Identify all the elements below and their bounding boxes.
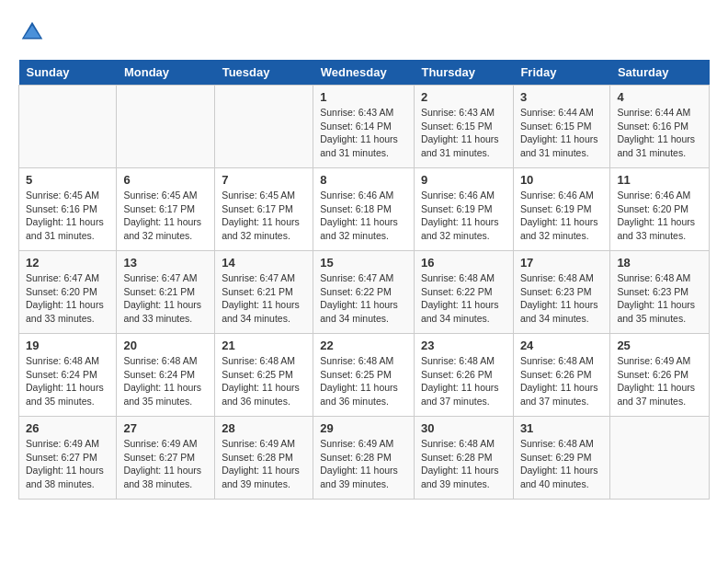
calendar-cell: 17Sunrise: 6:48 AM Sunset: 6:23 PM Dayli… xyxy=(513,251,610,334)
calendar-cell xyxy=(19,86,117,168)
day-number: 29 xyxy=(320,421,407,435)
calendar-cell: 7Sunrise: 6:45 AM Sunset: 6:17 PM Daylig… xyxy=(215,168,313,251)
calendar-cell: 12Sunrise: 6:47 AM Sunset: 6:20 PM Dayli… xyxy=(19,251,117,334)
day-info: Sunrise: 6:48 AM Sunset: 6:22 PM Dayligh… xyxy=(421,271,506,326)
day-info: Sunrise: 6:48 AM Sunset: 6:24 PM Dayligh… xyxy=(123,354,208,408)
calendar-cell: 28Sunrise: 6:49 AM Sunset: 6:28 PM Dayli… xyxy=(215,417,313,500)
calendar-cell: 9Sunrise: 6:46 AM Sunset: 6:19 PM Daylig… xyxy=(414,168,513,251)
day-number: 2 xyxy=(421,90,506,104)
day-info: Sunrise: 6:47 AM Sunset: 6:21 PM Dayligh… xyxy=(123,271,208,326)
calendar-cell: 10Sunrise: 6:46 AM Sunset: 6:19 PM Dayli… xyxy=(513,168,610,251)
week-row-3: 12Sunrise: 6:47 AM Sunset: 6:20 PM Dayli… xyxy=(19,251,710,334)
calendar-cell: 30Sunrise: 6:48 AM Sunset: 6:28 PM Dayli… xyxy=(414,417,513,500)
day-number: 18 xyxy=(617,256,702,270)
day-info: Sunrise: 6:46 AM Sunset: 6:18 PM Dayligh… xyxy=(320,189,407,243)
calendar-cell: 8Sunrise: 6:46 AM Sunset: 6:18 PM Daylig… xyxy=(313,168,415,251)
day-number: 16 xyxy=(421,256,506,270)
day-info: Sunrise: 6:48 AM Sunset: 6:24 PM Dayligh… xyxy=(26,354,109,408)
day-info: Sunrise: 6:43 AM Sunset: 6:15 PM Dayligh… xyxy=(421,106,506,160)
day-number: 21 xyxy=(222,339,306,352)
day-number: 17 xyxy=(520,256,604,270)
calendar-cell: 6Sunrise: 6:45 AM Sunset: 6:17 PM Daylig… xyxy=(117,168,215,251)
header-sunday: Sunday xyxy=(19,60,117,86)
header-friday: Friday xyxy=(513,60,610,86)
day-info: Sunrise: 6:46 AM Sunset: 6:20 PM Dayligh… xyxy=(617,189,702,243)
day-number: 19 xyxy=(26,339,109,352)
day-info: Sunrise: 6:45 AM Sunset: 6:17 PM Dayligh… xyxy=(123,189,208,243)
day-info: Sunrise: 6:48 AM Sunset: 6:25 PM Dayligh… xyxy=(320,354,407,408)
calendar-cell: 2Sunrise: 6:43 AM Sunset: 6:15 PM Daylig… xyxy=(414,86,513,168)
calendar-cell: 3Sunrise: 6:44 AM Sunset: 6:15 PM Daylig… xyxy=(513,86,610,168)
calendar-cell xyxy=(117,86,215,168)
calendar-cell xyxy=(215,86,313,168)
week-row-1: 1Sunrise: 6:43 AM Sunset: 6:14 PM Daylig… xyxy=(19,86,710,168)
day-number: 10 xyxy=(520,173,604,187)
calendar-body: 1Sunrise: 6:43 AM Sunset: 6:14 PM Daylig… xyxy=(19,86,710,500)
header-monday: Monday xyxy=(117,60,215,86)
page-header xyxy=(18,18,710,46)
header-row: SundayMondayTuesdayWednesdayThursdayFrid… xyxy=(19,60,710,86)
day-info: Sunrise: 6:48 AM Sunset: 6:23 PM Dayligh… xyxy=(520,271,604,326)
calendar-cell: 26Sunrise: 6:49 AM Sunset: 6:27 PM Dayli… xyxy=(19,417,117,500)
day-number: 23 xyxy=(421,339,506,352)
calendar-header: SundayMondayTuesdayWednesdayThursdayFrid… xyxy=(19,60,710,86)
header-wednesday: Wednesday xyxy=(313,60,415,86)
header-tuesday: Tuesday xyxy=(215,60,313,86)
calendar-cell: 31Sunrise: 6:48 AM Sunset: 6:29 PM Dayli… xyxy=(513,417,610,500)
week-row-2: 5Sunrise: 6:45 AM Sunset: 6:16 PM Daylig… xyxy=(19,168,710,251)
calendar-cell: 23Sunrise: 6:48 AM Sunset: 6:26 PM Dayli… xyxy=(414,334,513,417)
calendar-cell: 25Sunrise: 6:49 AM Sunset: 6:26 PM Dayli… xyxy=(610,334,710,417)
calendar-cell: 18Sunrise: 6:48 AM Sunset: 6:23 PM Dayli… xyxy=(610,251,710,334)
day-number: 3 xyxy=(520,90,604,104)
day-info: Sunrise: 6:48 AM Sunset: 6:28 PM Dayligh… xyxy=(421,437,506,491)
day-number: 6 xyxy=(123,173,208,187)
day-info: Sunrise: 6:49 AM Sunset: 6:26 PM Dayligh… xyxy=(617,354,702,408)
day-info: Sunrise: 6:43 AM Sunset: 6:14 PM Dayligh… xyxy=(320,106,407,160)
day-info: Sunrise: 6:45 AM Sunset: 6:16 PM Dayligh… xyxy=(26,189,109,243)
day-info: Sunrise: 6:48 AM Sunset: 6:25 PM Dayligh… xyxy=(222,354,306,408)
calendar-cell: 11Sunrise: 6:46 AM Sunset: 6:20 PM Dayli… xyxy=(610,168,710,251)
day-info: Sunrise: 6:47 AM Sunset: 6:22 PM Dayligh… xyxy=(320,271,407,326)
calendar-cell: 24Sunrise: 6:48 AM Sunset: 6:26 PM Dayli… xyxy=(513,334,610,417)
day-number: 9 xyxy=(421,173,506,187)
day-number: 25 xyxy=(617,339,702,352)
calendar-cell: 13Sunrise: 6:47 AM Sunset: 6:21 PM Dayli… xyxy=(117,251,215,334)
day-number: 8 xyxy=(320,173,407,187)
day-number: 7 xyxy=(222,173,306,187)
day-info: Sunrise: 6:47 AM Sunset: 6:21 PM Dayligh… xyxy=(222,271,306,326)
calendar-cell xyxy=(610,417,710,500)
week-row-4: 19Sunrise: 6:48 AM Sunset: 6:24 PM Dayli… xyxy=(19,334,710,417)
logo-icon xyxy=(18,18,46,46)
calendar-cell: 16Sunrise: 6:48 AM Sunset: 6:22 PM Dayli… xyxy=(414,251,513,334)
day-info: Sunrise: 6:46 AM Sunset: 6:19 PM Dayligh… xyxy=(421,189,506,243)
header-thursday: Thursday xyxy=(414,60,513,86)
day-info: Sunrise: 6:46 AM Sunset: 6:19 PM Dayligh… xyxy=(520,189,604,243)
calendar-cell: 19Sunrise: 6:48 AM Sunset: 6:24 PM Dayli… xyxy=(19,334,117,417)
header-saturday: Saturday xyxy=(610,60,710,86)
day-info: Sunrise: 6:44 AM Sunset: 6:16 PM Dayligh… xyxy=(617,106,702,160)
day-number: 24 xyxy=(520,339,604,352)
calendar-cell: 27Sunrise: 6:49 AM Sunset: 6:27 PM Dayli… xyxy=(117,417,215,500)
day-info: Sunrise: 6:48 AM Sunset: 6:26 PM Dayligh… xyxy=(520,354,604,408)
calendar-cell: 4Sunrise: 6:44 AM Sunset: 6:16 PM Daylig… xyxy=(610,86,710,168)
day-info: Sunrise: 6:48 AM Sunset: 6:26 PM Dayligh… xyxy=(421,354,506,408)
calendar-cell: 1Sunrise: 6:43 AM Sunset: 6:14 PM Daylig… xyxy=(313,86,415,168)
day-number: 13 xyxy=(123,256,208,270)
calendar-cell: 15Sunrise: 6:47 AM Sunset: 6:22 PM Dayli… xyxy=(313,251,415,334)
day-number: 22 xyxy=(320,339,407,352)
day-number: 4 xyxy=(617,90,702,104)
day-info: Sunrise: 6:49 AM Sunset: 6:28 PM Dayligh… xyxy=(222,437,306,491)
calendar-cell: 21Sunrise: 6:48 AM Sunset: 6:25 PM Dayli… xyxy=(215,334,313,417)
day-info: Sunrise: 6:49 AM Sunset: 6:27 PM Dayligh… xyxy=(123,437,208,491)
day-info: Sunrise: 6:45 AM Sunset: 6:17 PM Dayligh… xyxy=(222,189,306,243)
day-number: 5 xyxy=(26,173,109,187)
day-number: 28 xyxy=(222,421,306,435)
day-number: 12 xyxy=(26,256,109,270)
calendar-cell: 14Sunrise: 6:47 AM Sunset: 6:21 PM Dayli… xyxy=(215,251,313,334)
day-number: 27 xyxy=(123,421,208,435)
day-info: Sunrise: 6:49 AM Sunset: 6:28 PM Dayligh… xyxy=(320,437,407,491)
day-number: 1 xyxy=(320,90,407,104)
day-info: Sunrise: 6:48 AM Sunset: 6:23 PM Dayligh… xyxy=(617,271,702,326)
day-number: 20 xyxy=(123,339,208,352)
day-number: 26 xyxy=(26,421,109,435)
